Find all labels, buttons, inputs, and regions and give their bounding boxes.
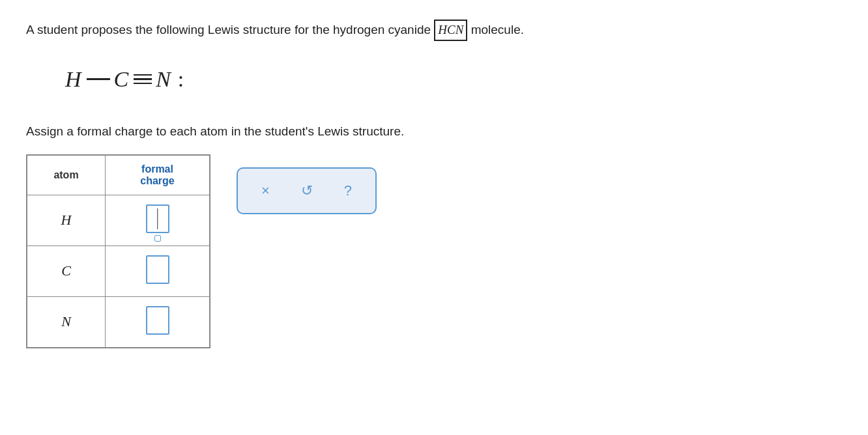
formal-charge-column-header: formal charge (106, 155, 210, 195)
intro-text-before: A student proposes the following Lewis s… (26, 23, 434, 36)
charge-input-h[interactable] (146, 204, 169, 233)
atom-h-cell: H (27, 195, 106, 246)
close-icon[interactable]: × (261, 182, 270, 199)
atom-c-cell: C (27, 246, 106, 296)
table-row: C (27, 246, 210, 296)
single-bond-icon (87, 78, 110, 80)
text-cursor (157, 208, 158, 229)
help-icon[interactable]: ? (344, 182, 352, 199)
atom-column-header: atom (27, 155, 106, 195)
intro-paragraph: A student proposes the following Lewis s… (26, 20, 842, 41)
table-row: H (27, 195, 210, 246)
intro-text-after: molecule. (467, 23, 524, 36)
toolbar-box: × ↺ ? (237, 167, 377, 214)
atom-n-cell: N (27, 296, 106, 347)
table-header-row: atom formal charge (27, 155, 210, 195)
formal-charge-table: atom formal charge H (26, 154, 210, 348)
charge-input-c[interactable] (146, 255, 169, 284)
formal-charge-h-cell[interactable] (106, 195, 210, 246)
charge-input-n[interactable] (146, 306, 169, 335)
lone-pair-dots: : (172, 67, 185, 92)
input-drag-handle[interactable] (154, 235, 161, 242)
lewis-n-atom: N (156, 67, 172, 92)
lewis-h-atom: H (65, 67, 83, 92)
lewis-c-atom: C (114, 67, 130, 92)
formal-charge-c-cell[interactable] (106, 246, 210, 296)
undo-icon[interactable]: ↺ (301, 182, 313, 199)
triple-bond-icon (134, 74, 152, 85)
lewis-structure-diagram: H C N : (65, 67, 842, 92)
table-row: N (27, 296, 210, 347)
content-row: atom formal charge H (26, 154, 842, 348)
formal-charge-n-cell[interactable] (106, 296, 210, 347)
assign-instructions: Assign a formal charge to each atom in t… (26, 124, 842, 139)
formula-hcn: HCN (434, 20, 467, 41)
